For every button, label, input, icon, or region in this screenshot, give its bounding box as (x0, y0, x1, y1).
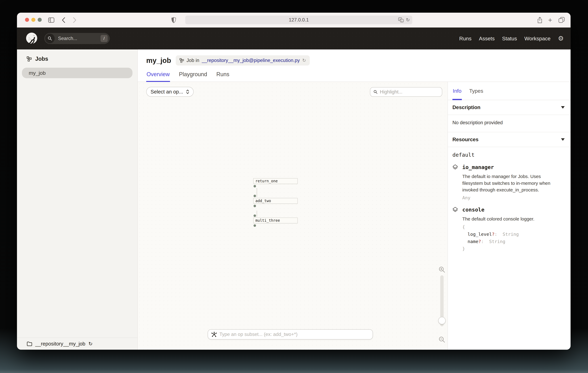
output-port[interactable] (253, 185, 256, 187)
section-title: Resources (452, 137, 479, 143)
reload-repository-icon[interactable]: ↻ (88, 341, 93, 346)
config-field: name?: String (462, 238, 565, 245)
config-optional-marker: ? (478, 239, 481, 244)
repository-name: __repository__my_job (35, 341, 85, 347)
address-bar[interactable]: 127.0.0.1 A あ ↻ (185, 16, 412, 24)
tab-overview-icon[interactable] (558, 17, 565, 23)
settings-gear-icon[interactable]: ⚙ (558, 35, 564, 42)
sidebar-header: Jobs (17, 49, 137, 62)
description-section-header[interactable]: Description (448, 100, 571, 115)
job-tabs: Overview Playground Runs (138, 71, 571, 82)
config-separator: : (481, 239, 489, 244)
resource-layers-icon (452, 207, 462, 213)
section-title: Description (452, 104, 481, 110)
search-placeholder: Search... (58, 36, 101, 41)
folder-icon (27, 341, 32, 346)
input-port[interactable] (253, 214, 256, 217)
input-port[interactable] (253, 195, 256, 197)
tab-overview[interactable]: Overview (146, 71, 170, 82)
chevron-down-icon (561, 138, 565, 141)
jobs-icon (27, 56, 32, 62)
resource-io-manager: io_manager The default io manager for Jo… (452, 164, 565, 200)
new-tab-icon[interactable]: + (548, 16, 552, 24)
op-node-label: return_one (255, 179, 278, 183)
global-search-button[interactable]: Search... / (44, 33, 110, 44)
output-port[interactable] (253, 224, 256, 227)
minimize-window-button[interactable] (31, 18, 35, 22)
forward-icon[interactable] (73, 17, 77, 23)
sidebar-spacer (17, 78, 137, 338)
op-node-multi-three[interactable]: multi_three (253, 218, 298, 223)
back-icon[interactable] (62, 17, 65, 23)
search-icon (45, 34, 55, 43)
panel-tab-info[interactable]: Info (452, 82, 462, 100)
screenshot-root: 127.0.0.1 A あ ↻ (0, 0, 588, 373)
config-separator: : (494, 232, 503, 237)
sidebar-item-my-job[interactable]: my_job (22, 68, 133, 78)
resource-console: console The default colored console logg… (452, 207, 565, 252)
nav-workspace[interactable]: Workspace (524, 35, 550, 42)
op-subset-input[interactable] (220, 332, 369, 337)
main-content: my_job Job in __repository__my_job@pipel… (138, 49, 571, 350)
op-node-label: add_two (255, 199, 271, 203)
app-body: Jobs my_job __repository__my_job ↻ (17, 49, 571, 350)
zoom-slider-thumb[interactable] (438, 317, 446, 324)
resource-group-name: default (452, 152, 565, 158)
sidebar-title: Jobs (35, 56, 48, 62)
op-node-return-one[interactable]: return_one (253, 178, 298, 184)
op-subset-bar (208, 329, 373, 340)
output-port[interactable] (253, 205, 256, 207)
config-type: String (489, 239, 505, 244)
panel-tab-types[interactable]: Types (469, 82, 484, 100)
zoom-in-icon[interactable] (439, 266, 445, 273)
tab-playground[interactable]: Playground (179, 71, 207, 82)
resource-description: The default io manager for Jobs. Uses fi… (462, 173, 561, 193)
resource-type: Any (462, 195, 565, 200)
caret-sort-icon (186, 89, 189, 94)
browser-toolbar: 127.0.0.1 A あ ↻ (17, 13, 571, 28)
job-origin-badge: Job in __repository__my_job@pipeline_exe… (176, 55, 310, 66)
nav-status[interactable]: Status (502, 35, 517, 42)
badge-prefix: Job in (187, 58, 199, 63)
highlight-search (370, 87, 442, 97)
nav-assets[interactable]: Assets (479, 35, 494, 42)
toggle-sidebar-icon[interactable] (48, 17, 54, 23)
url-text: 127.0.0.1 (289, 17, 309, 23)
reload-page-icon[interactable]: ↻ (406, 18, 410, 22)
config-type: String (503, 232, 519, 237)
resource-config-schema: { log_level?: String name?: String } (462, 223, 565, 252)
privacy-shield-icon[interactable] (171, 17, 176, 23)
translate-icon[interactable]: A あ (398, 17, 404, 22)
op-node-label: multi_three (255, 218, 280, 223)
zoom-out-icon[interactable] (439, 336, 445, 343)
jobs-sidebar: Jobs my_job __repository__my_job ↻ (17, 49, 138, 350)
resource-name: console (462, 207, 565, 213)
info-panel: Info Types Description No description pr… (448, 82, 571, 350)
resource-name: io_manager (462, 164, 565, 170)
op-graph-canvas[interactable]: Select an op... (138, 82, 448, 350)
resource-description: The default colored console logger. (462, 216, 561, 222)
config-key: log_level (468, 232, 492, 237)
chevron-down-icon (561, 106, 565, 109)
reload-job-icon[interactable]: ↻ (302, 58, 306, 63)
op-node-add-two[interactable]: add_two (253, 198, 298, 204)
share-icon[interactable] (537, 17, 543, 23)
tab-runs[interactable]: Runs (216, 71, 230, 82)
browser-window: 127.0.0.1 A あ ↻ (17, 13, 571, 350)
config-close-brace: } (462, 245, 565, 252)
info-panel-tabs: Info Types (448, 82, 571, 100)
resources-section-header[interactable]: Resources (448, 132, 571, 147)
zoom-window-button[interactable] (38, 18, 42, 22)
close-window-button[interactable] (25, 18, 29, 22)
op-selector-dropdown[interactable]: Select an op... (146, 87, 194, 97)
description-empty-text: No description provided (448, 115, 571, 132)
config-optional-marker: ? (492, 232, 494, 237)
job-header: my_job Job in __repository__my_job@pipel… (138, 49, 571, 82)
edge-add-two-multi-three (257, 211, 257, 217)
highlight-input[interactable] (380, 89, 441, 95)
badge-repository-link[interactable]: __repository__my_job@pipeline_execution.… (202, 58, 300, 63)
nav-runs[interactable]: Runs (459, 35, 472, 42)
config-open-brace: { (462, 223, 565, 231)
repository-row[interactable]: __repository__my_job ↻ (17, 338, 137, 350)
dagster-logo[interactable] (25, 32, 38, 45)
